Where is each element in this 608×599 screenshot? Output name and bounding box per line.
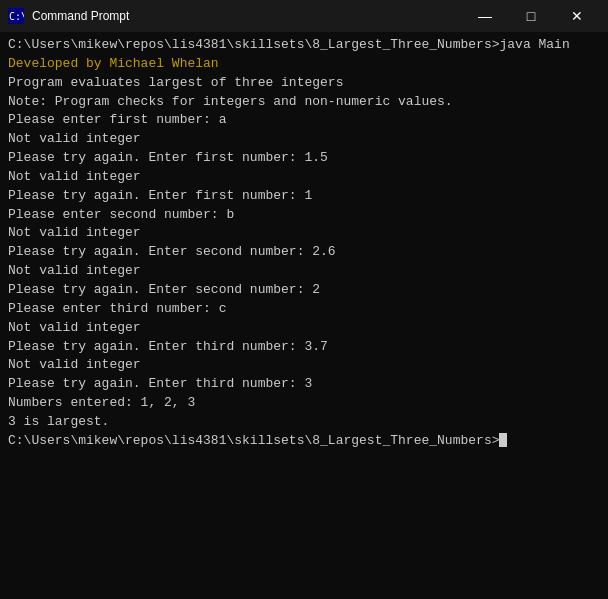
console-line: Not valid integer [8,262,600,281]
console-line: Please enter second number: b [8,206,600,225]
minimize-button[interactable]: — [462,0,508,32]
console-line: Program evaluates largest of three integ… [8,74,600,93]
app-icon: C:\ [8,8,24,24]
console-line: Developed by Michael Whelan [8,55,600,74]
svg-text:C:\: C:\ [9,11,24,22]
console-line: Please try again. Enter first number: 1.… [8,149,600,168]
console-line: Not valid integer [8,130,600,149]
maximize-button[interactable]: □ [508,0,554,32]
console-line: 3 is largest. [8,413,600,432]
title-bar: C:\ Command Prompt — □ ✕ [0,0,608,32]
console-line: Please try again. Enter second number: 2 [8,281,600,300]
console-line: C:\Users\mikew\repos\lis4381\skillsets\8… [8,432,600,451]
window-controls: — □ ✕ [462,0,600,32]
console-line: Not valid integer [8,224,600,243]
console-output: C:\Users\mikew\repos\lis4381\skillsets\8… [0,32,608,599]
console-line: Not valid integer [8,319,600,338]
close-button[interactable]: ✕ [554,0,600,32]
console-line: Please enter third number: c [8,300,600,319]
console-line: Not valid integer [8,168,600,187]
console-line: Please try again. Enter second number: 2… [8,243,600,262]
console-line: Please try again. Enter first number: 1 [8,187,600,206]
console-line: Not valid integer [8,356,600,375]
console-line: Please try again. Enter third number: 3.… [8,338,600,357]
window: C:\ Command Prompt — □ ✕ C:\Users\mikew\… [0,0,608,599]
console-line: Numbers entered: 1, 2, 3 [8,394,600,413]
console-line: C:\Users\mikew\repos\lis4381\skillsets\8… [8,36,600,55]
console-line: Please enter first number: a [8,111,600,130]
console-line: Please try again. Enter third number: 3 [8,375,600,394]
window-title: Command Prompt [32,9,462,23]
cursor-blink [499,433,507,447]
console-line: Note: Program checks for integers and no… [8,93,600,112]
